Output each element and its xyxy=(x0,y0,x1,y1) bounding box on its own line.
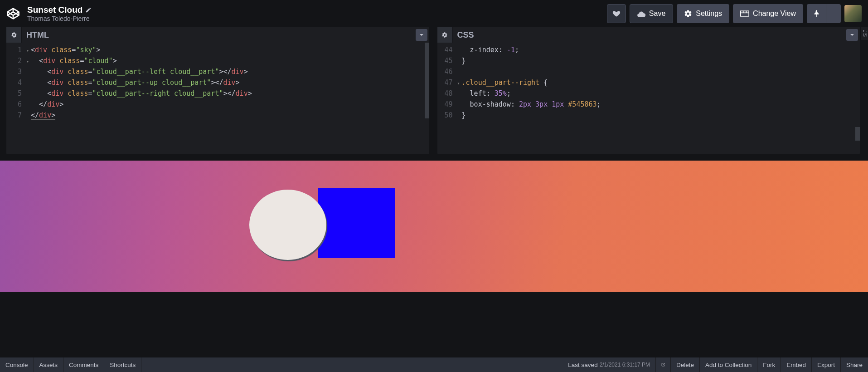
js-collapsed-tab[interactable]: JS xyxy=(861,27,868,40)
editor-row: HTML 1234567 ▾<div class="sky">▾ <div cl… xyxy=(0,27,868,154)
css-panel-head: CSS xyxy=(437,27,860,43)
layout-icon xyxy=(740,10,749,17)
footer-comments-button[interactable]: Comments xyxy=(63,357,104,372)
preview-sky xyxy=(0,161,868,292)
footer-assets-button[interactable]: Assets xyxy=(34,357,64,372)
popout-button[interactable] xyxy=(655,357,671,372)
settings-button[interactable]: Settings xyxy=(677,4,729,23)
footer-console-button[interactable]: Console xyxy=(0,357,34,372)
last-saved-ts: 2/1/2021 6:31:17 PM xyxy=(598,362,650,368)
html-settings-icon[interactable] xyxy=(6,27,22,43)
gear-icon xyxy=(684,10,692,18)
footer-add-to-collection-button[interactable]: Add to Collection xyxy=(700,357,757,372)
change-view-button[interactable]: Change View xyxy=(733,4,803,23)
footer-delete-button[interactable]: Delete xyxy=(671,357,700,372)
change-view-label: Change View xyxy=(753,10,796,18)
html-scrollbar[interactable] xyxy=(425,43,429,118)
html-editor[interactable]: 1234567 ▾<div class="sky">▾ <div class="… xyxy=(6,43,429,154)
css-scrollbar[interactable] xyxy=(855,127,860,141)
settings-label: Settings xyxy=(696,10,722,18)
avatar[interactable] xyxy=(844,5,862,22)
pen-title-row: Sunset Cloud xyxy=(27,5,92,15)
pen-title[interactable]: Sunset Cloud xyxy=(27,5,82,15)
last-saved: Last saved 2/1/2021 6:31:17 PM xyxy=(563,357,655,372)
footer-fork-button[interactable]: Fork xyxy=(757,357,781,372)
edit-title-icon[interactable] xyxy=(85,7,92,13)
pen-author[interactable]: Thomas Toledo-Pierre xyxy=(27,15,92,22)
title-block: Sunset Cloud Thomas Toledo-Pierre xyxy=(27,5,92,22)
preview-cloud-circle xyxy=(249,190,326,260)
like-button[interactable] xyxy=(607,4,626,23)
html-panel-head: HTML xyxy=(6,27,429,43)
html-collapse-button[interactable] xyxy=(416,29,427,41)
footer-export-button[interactable]: Export xyxy=(812,357,841,372)
app-header: Sunset Cloud Thomas Toledo-Pierre Save S… xyxy=(0,0,868,27)
css-editor[interactable]: 44454647484950 z-index: -1; } ▾.cloud__p… xyxy=(437,43,860,154)
footer-bar: ConsoleAssetsCommentsShortcuts Last save… xyxy=(0,357,868,372)
pin-group xyxy=(807,4,841,23)
html-panel-title: HTML xyxy=(22,30,49,40)
header-actions: Save Settings Change View xyxy=(607,4,862,23)
pin-button[interactable] xyxy=(807,4,826,23)
footer-embed-button[interactable]: Embed xyxy=(781,357,812,372)
save-button[interactable]: Save xyxy=(630,4,673,23)
svg-rect-3 xyxy=(741,11,749,16)
css-collapse-button[interactable] xyxy=(846,29,858,41)
preview-pane xyxy=(0,154,868,358)
pin-dropdown[interactable] xyxy=(826,4,841,23)
save-label: Save xyxy=(649,10,665,18)
preview-cloud-box xyxy=(318,188,395,258)
cloud-icon xyxy=(637,10,645,17)
html-panel: HTML 1234567 ▾<div class="sky">▾ <div cl… xyxy=(6,27,429,154)
footer-share-button[interactable]: Share xyxy=(841,357,868,372)
last-saved-label: Last saved xyxy=(568,362,597,368)
footer-shortcuts-button[interactable]: Shortcuts xyxy=(104,357,141,372)
css-panel: CSS 44454647484950 z-index: -1; } ▾.clou… xyxy=(437,27,860,154)
css-settings-icon[interactable] xyxy=(437,27,453,43)
codepen-logo[interactable] xyxy=(5,6,21,21)
css-panel-title: CSS xyxy=(453,30,474,40)
